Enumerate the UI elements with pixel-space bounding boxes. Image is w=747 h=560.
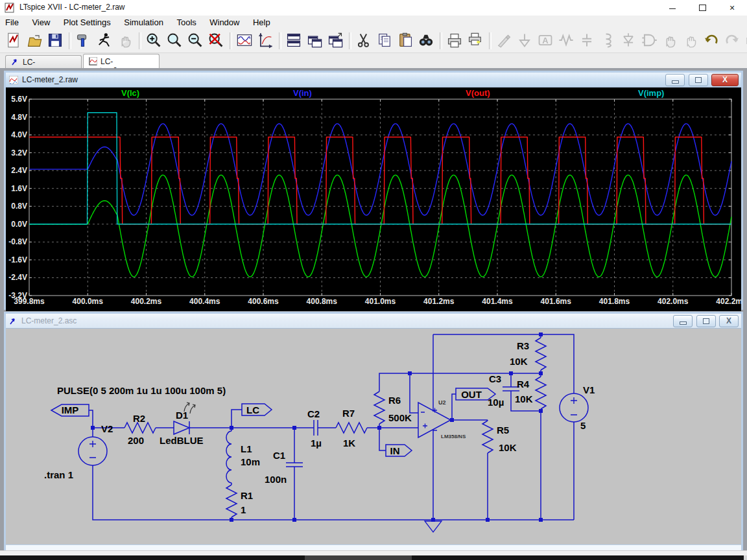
text-tool-button: Ëm <box>744 32 747 50</box>
capacitor-c2[interactable] <box>314 420 318 436</box>
directive-pulse[interactable]: PULSE(0 5 200m 1u 1u 100u 100m 5) <box>57 385 226 396</box>
zoom-in-button[interactable] <box>145 32 163 50</box>
waveform-file-icon <box>9 76 18 84</box>
plot-settings-button[interactable] <box>257 32 275 50</box>
undo-button[interactable] <box>703 32 721 50</box>
cascade-new-button[interactable] <box>327 32 345 50</box>
svg-text:0.8V: 0.8V <box>11 202 27 211</box>
inductor-tool-icon <box>599 32 616 49</box>
control-panel-button[interactable] <box>75 32 93 50</box>
svg-text:400.2ms: 400.2ms <box>131 297 162 306</box>
value-r2: 200 <box>128 435 144 446</box>
resistor-r4[interactable] <box>536 377 546 409</box>
voltage-source-v1[interactable] <box>560 393 588 422</box>
label-c1: C1 <box>273 450 285 461</box>
legend-V(imp)[interactable]: V(imp) <box>638 88 664 98</box>
value-r3: 10K <box>510 356 528 367</box>
save-icon <box>47 32 64 49</box>
zoom-out-button[interactable] <box>187 32 205 50</box>
copy-button[interactable] <box>376 32 394 50</box>
menu-tools[interactable]: Tools <box>171 16 201 27</box>
value-r7: 1K <box>343 438 355 449</box>
os-taskbar[interactable] <box>0 555 747 560</box>
resistor-r2[interactable] <box>124 423 156 433</box>
new-schematic-icon <box>5 32 22 49</box>
new-schematic-button[interactable] <box>5 32 23 50</box>
print-preview-button[interactable] <box>467 32 485 50</box>
menu-file[interactable]: File <box>0 16 24 27</box>
zoom-fit-button[interactable] <box>208 32 226 50</box>
svg-text:-2.4V: -2.4V <box>8 273 27 282</box>
resistor-r6[interactable] <box>374 391 385 424</box>
svg-text:4.0V: 4.0V <box>11 130 27 139</box>
cascade-icon <box>306 32 323 49</box>
plot-restore-button[interactable] <box>689 74 708 86</box>
label-tool-button: A <box>537 32 555 50</box>
print-button[interactable] <box>446 32 464 50</box>
run-button[interactable] <box>96 32 114 50</box>
redo-icon <box>724 32 741 49</box>
menu-plot-settings[interactable]: Plot Settings <box>58 16 116 27</box>
schematic-restore-button[interactable] <box>696 315 716 327</box>
svg-text:5.6V: 5.6V <box>11 95 27 104</box>
resistor-r1[interactable] <box>226 485 237 517</box>
svg-text:1.6V: 1.6V <box>11 184 27 193</box>
tab-bar: LC-meter_2.asc LC-meter_2.raw <box>0 53 747 69</box>
label-r1: R1 <box>241 490 253 501</box>
drag-tool-button <box>682 32 700 50</box>
waveform-window-titlebar[interactable]: LC-meter_2.raw X <box>6 73 741 88</box>
schematic-canvas[interactable]: PULSE(0 5 200m 1u 1u 100u 100m 5) .tran … <box>6 329 741 552</box>
show-desktop-button[interactable] <box>744 555 747 560</box>
tab-schematic[interactable]: LC-meter_2.asc <box>5 55 82 68</box>
app-maximize-button[interactable] <box>687 0 717 16</box>
zoom-area-button[interactable] <box>166 32 184 50</box>
tab-waveform[interactable]: LC-meter_2.raw <box>83 54 160 68</box>
waveform-plot: 399.8ms400.0ms400.2ms400.4ms400.6ms400.8… <box>6 88 741 309</box>
svg-text:401.0ms: 401.0ms <box>365 297 396 306</box>
menu-window[interactable]: Window <box>204 16 244 27</box>
voltage-source-v2[interactable] <box>78 437 107 465</box>
menu-view[interactable]: View <box>27 16 55 27</box>
resistor-r5[interactable] <box>482 421 493 453</box>
value-u2: LM358/NS <box>441 434 466 439</box>
ground-tool-button <box>516 32 534 50</box>
find-button[interactable] <box>418 32 436 50</box>
cut-button[interactable] <box>355 32 374 50</box>
paste-button[interactable] <box>397 32 415 50</box>
app-minimize-button[interactable] <box>658 0 687 16</box>
menu-simulation[interactable]: Simulation <box>119 16 169 27</box>
plot-settings-icon <box>257 32 274 49</box>
save-button[interactable] <box>47 32 65 50</box>
plot-close-button[interactable]: X <box>711 74 739 86</box>
legend-V(out)[interactable]: V(out) <box>466 88 490 98</box>
value-c2: 1µ <box>311 438 322 449</box>
open-button[interactable] <box>26 32 44 50</box>
value-r6: 500K <box>388 412 412 423</box>
component-tool-button <box>641 32 659 50</box>
capacitor-c1[interactable] <box>286 463 303 467</box>
menu-help[interactable]: Help <box>248 16 276 27</box>
run-icon <box>96 32 113 49</box>
app-close-button[interactable]: × <box>717 0 747 16</box>
waveform-plot-area[interactable]: 399.8ms400.0ms400.2ms400.4ms400.6ms400.8… <box>6 88 741 311</box>
cascade-button[interactable] <box>306 32 324 50</box>
halt-icon <box>117 32 134 49</box>
svg-text:4.8V: 4.8V <box>11 113 27 122</box>
schematic-window-titlebar[interactable]: LC-meter_2.asc X <box>6 314 741 329</box>
toolbar-separator <box>279 32 281 49</box>
plot-minimize-button[interactable] <box>665 74 685 86</box>
directive-tran[interactable]: .tran 1 <box>44 469 73 480</box>
schematic-close-button[interactable]: X <box>719 315 739 327</box>
inductor-l1[interactable] <box>226 431 231 483</box>
value-r5: 10K <box>499 442 517 453</box>
opamp-u2[interactable] <box>418 402 451 438</box>
legend-V(in)[interactable]: V(in) <box>293 88 312 98</box>
schematic-file-icon <box>9 317 18 325</box>
tile-horizontal-button[interactable] <box>285 32 303 50</box>
capacitor-tool-icon <box>578 32 595 49</box>
legend-V(lc)[interactable]: V(lc) <box>121 88 139 98</box>
resistor-r3[interactable] <box>536 338 546 370</box>
resistor-r7[interactable] <box>336 423 367 433</box>
autorange-y-button[interactable] <box>236 32 254 50</box>
schematic-minimize-button[interactable] <box>673 315 693 327</box>
